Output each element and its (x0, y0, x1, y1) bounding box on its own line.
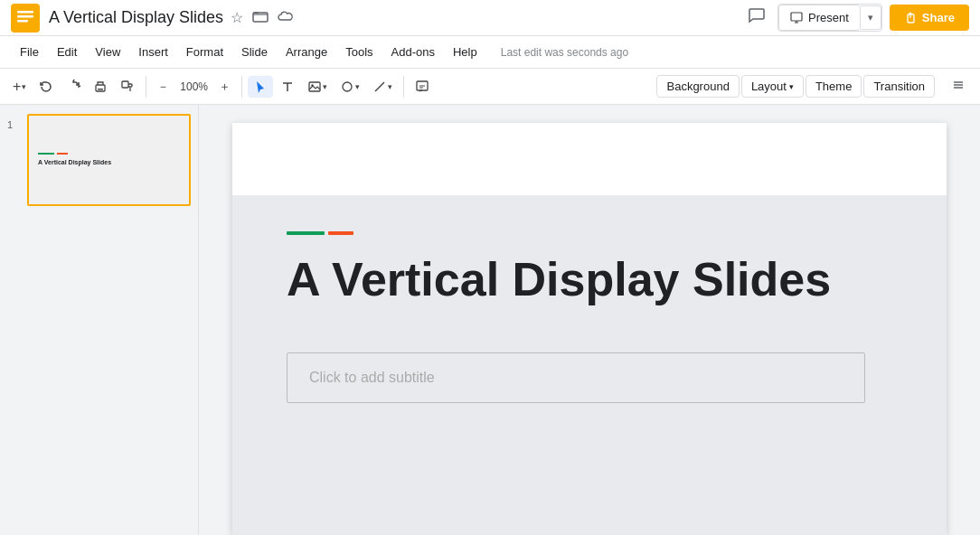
star-icon[interactable]: ☆ (231, 9, 243, 26)
slide-body-section: A Vertical Display Slides Click to add s… (232, 195, 947, 535)
image-tool-button[interactable]: ▾ (302, 76, 333, 98)
present-dropdown-button[interactable]: ▾ (861, 5, 881, 30)
title-icon-group: ☆ (231, 9, 294, 26)
thumb-decoration (38, 153, 68, 155)
zoom-level[interactable]: 100% (176, 80, 212, 93)
svg-rect-0 (11, 4, 40, 33)
menu-edit[interactable]: Edit (48, 42, 86, 62)
add-comment-button[interactable] (410, 76, 435, 98)
menu-slide[interactable]: Slide (232, 42, 277, 62)
cursor-tool-button[interactable] (248, 76, 273, 98)
line-tool-button[interactable]: ▾ (367, 76, 398, 98)
background-button[interactable]: Background (656, 75, 739, 98)
subtitle-placeholder[interactable]: Click to add subtitle (287, 352, 865, 403)
menu-format[interactable]: Format (177, 42, 232, 62)
slide-top-section (232, 123, 947, 195)
undo-button[interactable] (33, 76, 59, 98)
slide-title-text[interactable]: A Vertical Display Slides (287, 253, 892, 307)
canvas-area: A Vertical Display Slides Click to add s… (199, 105, 980, 535)
doc-title[interactable]: A Vertical Display Slides (49, 8, 223, 27)
menu-arrange[interactable]: Arrange (277, 42, 336, 62)
menu-addons[interactable]: Add-ons (382, 42, 444, 62)
folder-icon[interactable] (252, 9, 269, 26)
thumb-green-line (38, 153, 54, 155)
menu-bar: File Edit View Insert Format Slide Arran… (0, 36, 980, 69)
slide-number-1: 1 (7, 114, 20, 130)
slide-panel: 1 A Vertical Display Slides (0, 105, 199, 535)
svg-rect-7 (96, 85, 105, 91)
text-tool-button[interactable] (275, 76, 300, 98)
menu-tools[interactable]: Tools (336, 42, 382, 62)
collapse-panel-button[interactable] (944, 74, 973, 99)
menu-insert[interactable]: Insert (129, 42, 177, 62)
shape-tool-button[interactable]: ▾ (335, 76, 365, 98)
menu-help[interactable]: Help (444, 42, 486, 62)
comment-button[interactable] (743, 2, 770, 33)
cloud-icon[interactable] (278, 10, 294, 25)
present-button[interactable]: Present (778, 5, 861, 31)
slide-thumbnail-container-1: 1 A Vertical Display Slides (7, 114, 191, 206)
divider-3 (403, 76, 404, 98)
svg-rect-5 (791, 13, 802, 21)
svg-rect-9 (122, 81, 128, 88)
zoom-in-button[interactable]: ＋ (213, 75, 236, 99)
zoom-out-button[interactable]: － (152, 75, 174, 99)
title-right: Present ▾ Share (743, 2, 969, 33)
svg-rect-1 (17, 11, 33, 14)
svg-rect-2 (17, 15, 33, 18)
deco-green-bar (287, 231, 325, 235)
slide-canvas: A Vertical Display Slides Click to add s… (232, 123, 947, 535)
thumb-title-text: A Vertical Display Slides (38, 159, 111, 166)
svg-rect-8 (98, 89, 103, 90)
svg-rect-10 (309, 82, 320, 91)
deco-orange-bar (328, 231, 353, 235)
layout-button[interactable]: Layout ▾ (741, 75, 804, 98)
svg-rect-3 (17, 20, 28, 23)
slide-thumbnail-1[interactable]: A Vertical Display Slides (27, 114, 191, 206)
thumb-orange-line (57, 153, 68, 155)
divider-1 (146, 76, 146, 98)
share-button[interactable]: Share (890, 5, 969, 31)
theme-button[interactable]: Theme (806, 75, 862, 98)
paint-format-button[interactable] (115, 76, 140, 98)
transition-button[interactable]: Transition (863, 75, 935, 98)
redo-button[interactable] (61, 76, 86, 98)
title-bar: A Vertical Display Slides ☆ Present ▾ Sh… (0, 0, 980, 36)
main-area: 1 A Vertical Display Slides (0, 105, 980, 535)
print-button[interactable] (88, 76, 113, 98)
add-slide-button[interactable]: + ▾ (7, 75, 32, 99)
slide-action-group: Background Layout ▾ Theme Transition (656, 74, 973, 99)
menu-view[interactable]: View (86, 42, 129, 62)
menu-file[interactable]: File (11, 42, 48, 62)
svg-point-12 (343, 82, 352, 91)
toolbar: + ▾ － 100% ＋ ▾ ▾ ▾ (0, 69, 980, 105)
last-edit-status: Last edit was seconds ago (501, 46, 628, 59)
slide-decoration (287, 231, 892, 235)
divider-2 (241, 76, 242, 98)
app-logo (11, 4, 40, 33)
